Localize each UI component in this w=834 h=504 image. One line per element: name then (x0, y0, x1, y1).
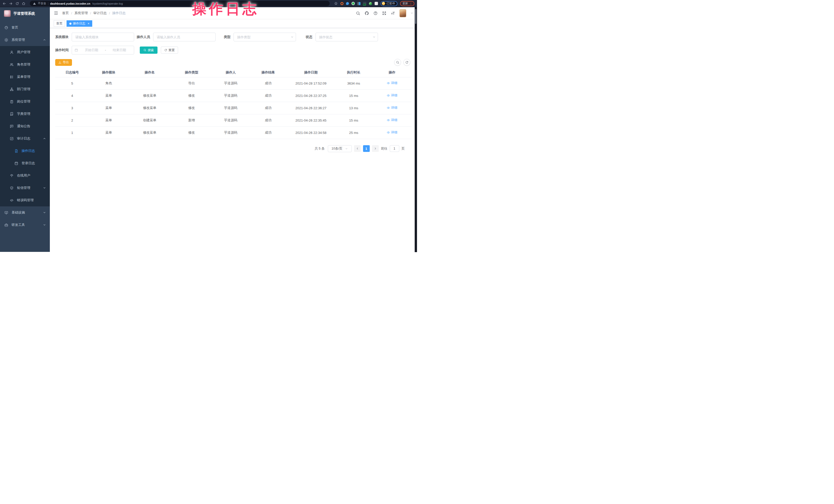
export-button[interactable]: 导出 (55, 59, 72, 66)
sidebar-item-dict-mgmt[interactable]: 字典管理 (0, 108, 50, 120)
sidebar-item-label: 操作日志 (22, 149, 35, 153)
sidebar-item-dev-tools[interactable]: 研发工具 (0, 219, 50, 231)
address-bar[interactable]: 不安全 dashboard.yudao.iocoder.cn/system/lo… (30, 1, 330, 6)
extension-duo-icon[interactable] (357, 2, 360, 5)
cell-name: 创建菜单 (128, 114, 171, 127)
paused-extension-pill[interactable]: 已暂停 (380, 1, 397, 6)
filter-operator: 操作人员 (137, 32, 216, 41)
end-date-placeholder[interactable]: 结束日期 (108, 48, 132, 52)
calendar-icon (15, 161, 18, 165)
current-page-button[interactable]: 1 (363, 145, 370, 152)
sidebar-item-post-mgmt[interactable]: 岗位管理 (0, 95, 50, 108)
extension-on-badge: on (363, 4, 366, 6)
cell-module: 菜单 (89, 102, 129, 114)
detail-link[interactable]: 详细 (387, 81, 397, 85)
sidebar-item-sms-mgmt[interactable]: 短信管理 (0, 182, 50, 194)
breadcrumb-system-mgmt[interactable]: 系统管理 (74, 11, 88, 16)
cell-duration: 25 ms (335, 127, 373, 139)
edit-square-icon (10, 137, 14, 140)
tag-home[interactable]: 首页 (54, 20, 65, 27)
browser-menu-dots-icon[interactable] (410, 2, 412, 5)
extension-leaf-icon[interactable] (369, 2, 372, 5)
sidebar-item-user-mgmt[interactable]: 用户管理 (0, 46, 50, 58)
fullscreen-icon[interactable] (382, 11, 387, 16)
sidebar-item-system-mgmt[interactable]: 系统管理 (0, 34, 50, 46)
cell-result: 成功 (249, 127, 287, 139)
reset-button[interactable]: 重置 (161, 46, 178, 54)
github-icon[interactable] (365, 11, 369, 16)
cell-operator: 芋道源码 (212, 127, 249, 139)
col-name: 操作名 (128, 68, 171, 77)
breadcrumb-separator: / (71, 11, 72, 15)
tag-close-icon[interactable]: × (88, 22, 89, 25)
sidebar-item-home[interactable]: 首页 (0, 21, 50, 34)
detail-link[interactable]: 详细 (387, 118, 397, 122)
sidebar-item-audit-log[interactable]: 审计日志 (0, 132, 50, 145)
status-select[interactable] (315, 32, 378, 41)
detail-link[interactable]: 详细 (387, 106, 397, 110)
detail-link[interactable]: 详细 (387, 93, 397, 98)
app-logo-image (4, 10, 11, 17)
toggle-search-button[interactable] (394, 59, 401, 66)
refresh-table-button[interactable] (403, 59, 410, 66)
sidebar-item-dept-mgmt[interactable]: 部门管理 (0, 83, 50, 95)
bookmark-star-icon[interactable] (334, 2, 338, 5)
extension-green-icon[interactable] (351, 2, 355, 5)
sidebar-collapse-icon[interactable] (54, 11, 58, 16)
status-label: 状态 (306, 35, 312, 39)
extension-stack-icon[interactable]: on (363, 2, 366, 5)
type-select[interactable] (234, 32, 296, 41)
sidebar-item-operate-log[interactable]: 操作日志 (0, 145, 50, 157)
browser-forward-icon[interactable] (9, 2, 13, 5)
breadcrumb-audit-log[interactable]: 审计日志 (93, 11, 107, 16)
browser-home-icon[interactable] (22, 2, 25, 5)
module-input[interactable] (72, 32, 134, 41)
date-range-picker[interactable]: 开始日期 - 结束日期 (72, 46, 134, 54)
sidebar-item-role-mgmt[interactable]: 角色管理 (0, 58, 50, 71)
next-page-button[interactable] (372, 145, 379, 152)
start-date-placeholder[interactable]: 开始日期 (80, 48, 104, 52)
scrollbar-thumb[interactable] (415, 9, 416, 24)
col-date: 操作日期 (287, 68, 335, 77)
operator-input[interactable] (153, 32, 216, 41)
cell-name (128, 77, 171, 89)
browser-back-icon[interactable] (3, 2, 6, 5)
tags-view-bar: 首页 操作日志 × (50, 19, 417, 28)
url-path: /system/log/operate-log (92, 2, 123, 5)
goto-page-input[interactable] (390, 145, 399, 152)
eye-icon (387, 82, 390, 85)
breadcrumb-home[interactable]: 首页 (62, 11, 69, 16)
detail-link[interactable]: 详细 (387, 130, 397, 135)
sidebar-item-error-code[interactable]: 错误码管理 (0, 194, 50, 206)
font-size-icon[interactable] (391, 11, 395, 16)
browser-update-button[interactable]: 更新 (400, 1, 414, 6)
search-icon[interactable] (356, 11, 360, 16)
sidebar-item-online-users[interactable]: 在线用户 (0, 169, 50, 182)
user-avatar[interactable] (399, 9, 406, 17)
sidebar-item-notice[interactable]: 通知公告 (0, 120, 50, 132)
app-logo-row[interactable]: 芋道管理系统 (0, 7, 50, 20)
page-unit-label: 页 (401, 147, 405, 151)
avatar-caret-icon[interactable] (411, 12, 413, 15)
table-row: 3 菜单 修改菜单 修改 芋道源码 成功 2021-04-26 22:36:27… (55, 102, 412, 114)
sidebar-item-login-log[interactable]: 登录日志 (0, 157, 50, 169)
extension-pin-icon[interactable] (346, 2, 349, 5)
pagination-total: 共 5 条 (315, 147, 325, 151)
extension-orange-icon[interactable] (341, 2, 344, 5)
cell-result: 成功 (249, 114, 287, 127)
prev-page-button[interactable] (354, 145, 361, 152)
browser-reload-icon[interactable] (16, 2, 19, 5)
extensions-puzzle-icon[interactable] (375, 2, 378, 5)
cell-date: 2021-04-26 22:36:27 (287, 102, 335, 114)
tag-operate-log[interactable]: 操作日志 × (67, 20, 92, 27)
cell-name: 修改菜单 (128, 89, 171, 102)
sidebar-item-menu-mgmt[interactable]: 菜单管理 (0, 71, 50, 83)
reset-button-label: 重置 (169, 48, 175, 52)
chevron-up-icon (43, 38, 46, 41)
help-icon[interactable] (373, 11, 378, 16)
sidebar-item-label: 短信管理 (17, 185, 30, 190)
search-button[interactable]: 搜索 (140, 46, 157, 54)
window-scrollbar[interactable] (415, 7, 417, 252)
page-size-select[interactable]: 10条/页 (328, 145, 352, 152)
sidebar-item-infrastructure[interactable]: 基础设施 (0, 206, 50, 219)
